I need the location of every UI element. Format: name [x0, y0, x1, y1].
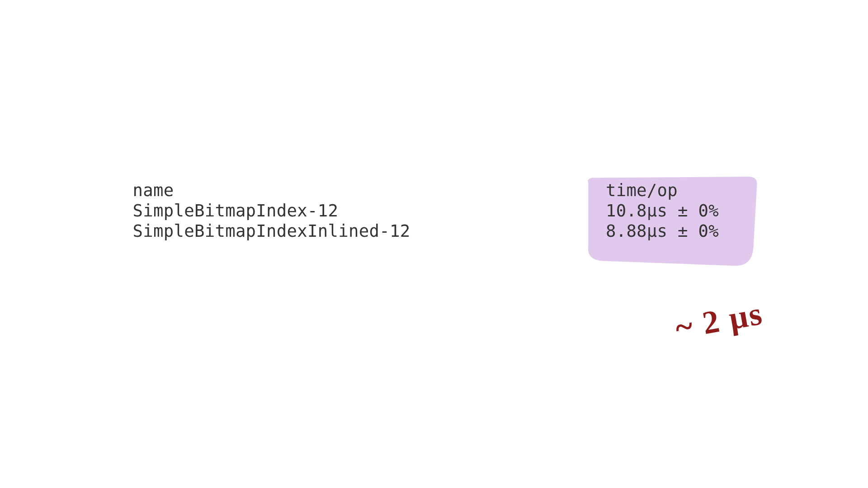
- benchmark-row-1-time: 8.88µs ± 0%: [606, 221, 719, 241]
- benchmark-header-name: name: [133, 180, 174, 200]
- benchmark-row-0-name: SimpleBitmapIndex-12: [133, 201, 339, 221]
- benchmark-row-0-time: 10.8µs ± 0%: [606, 201, 719, 221]
- benchmark-row-1-name: SimpleBitmapIndexInlined-12: [133, 221, 410, 241]
- benchmark-header-time: time/op: [606, 180, 678, 200]
- handwritten-annotation: ~ 2 µs: [673, 295, 766, 347]
- slide-content: name SimpleBitmapIndex-12 SimpleBitmapIn…: [0, 61, 868, 488]
- benchmark-names-column: name SimpleBitmapIndex-12 SimpleBitmapIn…: [133, 180, 410, 242]
- benchmark-times-column: time/op 10.8µs ± 0% 8.88µs ± 0%: [606, 180, 719, 242]
